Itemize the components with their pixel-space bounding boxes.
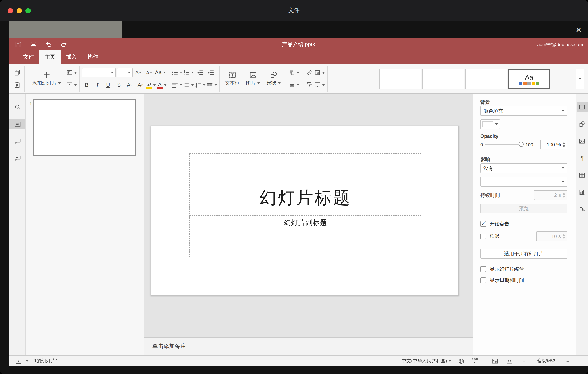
apply-to-all-slides-button[interactable]: 适用于所有幻灯片 — [480, 249, 567, 259]
strikethrough-button[interactable]: S — [114, 80, 124, 90]
fit-to-slide-button[interactable] — [490, 357, 499, 365]
zoom-in-button[interactable]: + — [563, 357, 572, 365]
slide-settings-tab[interactable] — [577, 101, 587, 112]
tab-collaboration[interactable]: 协作 — [82, 50, 104, 64]
spin-up-icon[interactable] — [563, 234, 565, 236]
align-shapes-button[interactable] — [289, 79, 299, 90]
start-slideshow-button[interactable] — [66, 79, 77, 90]
decrease-indent-button[interactable] — [195, 67, 205, 78]
horizontal-align-button[interactable] — [172, 80, 182, 90]
chart-settings-tab[interactable] — [577, 187, 587, 197]
hamburger-menu-icon[interactable] — [575, 54, 583, 60]
print-button[interactable] — [29, 40, 38, 49]
numbered-list-button[interactable] — [183, 67, 194, 78]
spin-down-icon[interactable] — [563, 237, 565, 239]
insert-textbox-button[interactable]: 文本框 — [222, 71, 243, 86]
duration-input[interactable]: 2 s — [534, 190, 567, 200]
start-slideshow-status-button[interactable] — [14, 357, 23, 365]
sidebar-item-slides[interactable] — [9, 119, 25, 129]
table-settings-tab[interactable] — [577, 170, 587, 180]
zoom-out-button[interactable]: − — [520, 357, 529, 365]
start-on-click-checkbox[interactable]: ✓ 开始点击 — [480, 220, 567, 227]
change-case-button[interactable]: Aa — [155, 67, 166, 78]
fit-to-width-button[interactable] — [505, 357, 514, 365]
slide-size-button[interactable] — [314, 79, 325, 90]
window-close-button[interactable] — [8, 8, 13, 13]
paragraph-settings-tab[interactable]: ¶ — [577, 153, 587, 163]
tab-insert[interactable]: 插入 — [61, 50, 82, 64]
delay-input[interactable]: 10 s — [536, 231, 567, 241]
spin-down-icon[interactable] — [563, 196, 565, 198]
opacity-slider-knob[interactable] — [519, 142, 524, 147]
bold-button[interactable]: B — [82, 80, 92, 90]
language-selector[interactable]: 中文(中华人民共和国) — [402, 358, 451, 364]
window-minimize-button[interactable] — [17, 8, 22, 13]
slide-1[interactable]: 幻灯片标题 幻灯片副标题 — [151, 126, 459, 296]
save-button[interactable] — [14, 40, 23, 49]
undo-button[interactable] — [44, 40, 53, 49]
bullet-list-button[interactable] — [172, 67, 182, 78]
font-size-select[interactable] — [117, 68, 133, 77]
opacity-input[interactable]: 100 % — [540, 140, 567, 149]
theme-thumbnail-selected[interactable]: Aa — [508, 69, 550, 89]
image-settings-tab[interactable] — [577, 136, 587, 146]
tab-file[interactable]: 文件 — [18, 50, 39, 64]
preview-button[interactable]: 预览 — [480, 204, 567, 213]
insert-image-button[interactable]: 图片 — [243, 71, 263, 86]
transition-effect-select[interactable]: 没有 — [480, 163, 567, 173]
vertical-align-button[interactable] — [183, 80, 194, 90]
copy-button[interactable] — [12, 67, 22, 78]
document-language-button[interactable] — [457, 357, 466, 365]
tab-home[interactable]: 主页 — [39, 50, 61, 64]
slide-thumbnail-1[interactable] — [33, 99, 136, 156]
sidebar-item-comments[interactable] — [9, 136, 25, 146]
insert-shape-button[interactable]: 形状 — [263, 71, 284, 86]
notes-area[interactable]: 单击添加备注 — [144, 337, 473, 355]
font-name-select[interactable] — [82, 68, 116, 77]
spin-down-icon[interactable] — [563, 145, 565, 147]
shape-fill-button[interactable] — [314, 67, 325, 78]
show-slide-number-checkbox[interactable]: 显示幻灯片编号 — [480, 266, 567, 273]
fill-color-swatch-select[interactable] — [480, 120, 500, 129]
paste-button[interactable] — [12, 79, 22, 90]
window-zoom-button[interactable] — [25, 8, 31, 13]
sidebar-item-chat[interactable] — [9, 153, 25, 163]
line-spacing-button[interactable] — [195, 80, 206, 90]
show-datetime-checkbox[interactable]: 显示日期和时间 — [480, 277, 567, 284]
underline-button[interactable]: U — [103, 80, 113, 90]
highlight-color-button[interactable] — [146, 80, 156, 90]
decrease-font-button[interactable]: A — [144, 67, 154, 78]
add-slide-button[interactable]: 添加幻灯片 — [27, 71, 66, 86]
theme-thumbnail[interactable] — [379, 69, 421, 89]
redo-button[interactable] — [59, 40, 68, 49]
chevron-down-icon[interactable] — [26, 360, 29, 362]
subscript-button[interactable]: A2 — [135, 80, 145, 90]
spin-up-icon[interactable] — [563, 193, 565, 194]
transition-variant-select[interactable] — [480, 177, 567, 187]
arrange-shapes-button[interactable] — [289, 67, 299, 78]
clear-style-button[interactable] — [304, 67, 314, 78]
title-placeholder[interactable]: 幻灯片标题 — [189, 154, 421, 214]
spin-up-icon[interactable] — [563, 142, 565, 144]
textart-settings-tab[interactable]: Ta — [577, 204, 587, 214]
chevron-down-icon — [180, 84, 182, 86]
columns-button[interactable] — [206, 80, 217, 90]
theme-thumbnail[interactable] — [422, 69, 464, 89]
slide-layout-button[interactable] — [66, 67, 77, 78]
opacity-slider[interactable] — [485, 144, 523, 145]
spellcheck-button[interactable]: ABC ✓ — [472, 358, 478, 364]
font-color-button[interactable]: A — [157, 80, 167, 90]
increase-font-button[interactable]: A — [134, 67, 143, 78]
subtitle-placeholder[interactable]: 幻灯片副标题 — [189, 215, 421, 257]
delay-checkbox[interactable]: 延迟 — [480, 233, 500, 240]
copy-style-button[interactable] — [304, 79, 314, 90]
sidebar-item-search[interactable] — [9, 101, 25, 112]
background-fill-select[interactable]: 颜色填充 — [480, 106, 567, 116]
close-preview-button[interactable]: ✕ — [573, 25, 584, 36]
increase-indent-button[interactable] — [206, 67, 215, 78]
shape-settings-tab[interactable] — [577, 119, 587, 129]
theme-thumbnail[interactable] — [465, 69, 507, 89]
superscript-button[interactable]: A2 — [125, 80, 135, 90]
more-themes-button[interactable] — [576, 69, 584, 89]
italic-button[interactable]: I — [93, 80, 102, 90]
